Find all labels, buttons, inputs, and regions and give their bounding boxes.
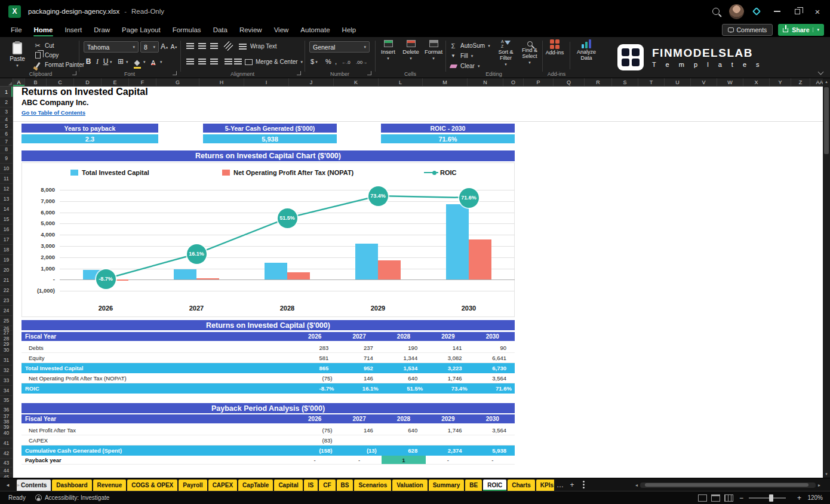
cell[interactable]: 6,641 bbox=[471, 353, 515, 362]
wrap-text-button[interactable]: Wrap Text bbox=[239, 42, 277, 51]
cell[interactable]: (158) bbox=[293, 445, 337, 456]
font-name-select[interactable]: Tahoma ▾ bbox=[84, 41, 139, 53]
cell[interactable]: (75) bbox=[293, 425, 337, 435]
cell[interactable]: 146 bbox=[337, 425, 381, 435]
cell[interactable] bbox=[426, 435, 470, 445]
zoom-in-button[interactable]: + bbox=[797, 494, 801, 502]
format-painter-button[interactable]: Format Painter bbox=[33, 60, 84, 69]
addins-button[interactable]: Add-ins bbox=[543, 39, 566, 73]
column-header-R[interactable]: R bbox=[585, 78, 612, 86]
row-header-23[interactable]: 23 bbox=[0, 296, 13, 306]
column-header-Q[interactable]: Q bbox=[554, 78, 585, 86]
cell[interactable]: 71.6% bbox=[471, 383, 515, 394]
cell[interactable]: 640 bbox=[382, 373, 426, 383]
sheet-tab-bs[interactable]: BS bbox=[337, 480, 353, 491]
row-header-16[interactable]: 16 bbox=[0, 225, 13, 235]
percent-style-button[interactable]: % bbox=[325, 57, 331, 66]
row-header-20[interactable]: 20 bbox=[0, 265, 13, 275]
close-button[interactable]: × bbox=[807, 2, 828, 20]
cell[interactable]: -8.7% bbox=[293, 383, 337, 394]
cell[interactable]: 190 bbox=[382, 343, 426, 352]
decrease-decimal-button[interactable]: .00→ bbox=[356, 57, 367, 67]
page-layout-view-button[interactable] bbox=[711, 494, 720, 502]
cell[interactable]: - bbox=[293, 456, 337, 464]
column-header-D[interactable]: D bbox=[74, 78, 102, 86]
column-header-X[interactable]: X bbox=[743, 78, 770, 86]
column-header-K[interactable]: K bbox=[334, 78, 379, 86]
sheet-tab-revenue[interactable]: Revenue bbox=[93, 480, 127, 491]
sheet-tab-valuation[interactable]: Valuation bbox=[392, 480, 427, 491]
account-button[interactable] bbox=[726, 2, 746, 20]
gem-button[interactable] bbox=[746, 2, 767, 20]
column-header-F[interactable]: F bbox=[129, 78, 156, 86]
align-middle-button[interactable] bbox=[198, 43, 206, 49]
increase-font-button[interactable] bbox=[161, 42, 168, 51]
menu-data[interactable]: Data bbox=[207, 23, 233, 37]
vscroll-thumb[interactable] bbox=[824, 87, 829, 154]
accessibility-status[interactable]: Accessibility: Investigate bbox=[45, 494, 109, 501]
menu-review[interactable]: Review bbox=[233, 23, 268, 37]
cell[interactable]: 3,082 bbox=[426, 353, 470, 362]
decrease-font-button[interactable] bbox=[170, 42, 177, 51]
sheet-tab-is[interactable]: IS bbox=[304, 480, 318, 491]
row-header-44[interactable]: 44 bbox=[0, 468, 13, 474]
table-row-equity[interactable]: Equity5817141,3443,0826,641 bbox=[21, 353, 515, 363]
kpi-value-roic-2030[interactable]: 71.6% bbox=[381, 134, 515, 143]
row-header-30[interactable]: 30 bbox=[0, 345, 13, 355]
table-row-net-operating-profit-after-tax-nopat[interactable]: Net Operating Profit After Tax (NOPAT)(7… bbox=[21, 373, 515, 383]
table-row-debts[interactable]: Debts28323719014190 bbox=[21, 343, 515, 353]
cell[interactable]: 1,534 bbox=[382, 363, 426, 373]
table-row-roic[interactable]: ROIC-8.7%16.1%51.5%73.4%71.6% bbox=[21, 383, 515, 394]
zoom-level[interactable]: 120% bbox=[806, 494, 823, 501]
row-header-43[interactable]: 43 bbox=[0, 459, 13, 468]
orientation-button[interactable] bbox=[223, 41, 233, 51]
row-header-8[interactable]: 8 bbox=[0, 146, 13, 153]
tab-scroll-right-icon[interactable]: ▸ bbox=[13, 482, 24, 488]
sheet-tab-be[interactable]: BE bbox=[465, 480, 482, 491]
fill-button[interactable]: ▼ Fill ▾ bbox=[449, 51, 473, 60]
sheet-tab-cogs-opex[interactable]: COGS & OPEX bbox=[127, 480, 177, 491]
row-header-42[interactable]: 42 bbox=[0, 448, 13, 459]
column-header-L[interactable]: L bbox=[379, 78, 423, 86]
zoom-slider[interactable] bbox=[749, 497, 786, 499]
column-header-S[interactable]: S bbox=[612, 78, 638, 86]
clipboard-dialog-launcher[interactable] bbox=[72, 71, 76, 75]
horizontal-scrollbar[interactable]: ◂ ▸ bbox=[635, 481, 820, 489]
zoom-slider-thumb[interactable] bbox=[769, 494, 773, 502]
cell[interactable]: - bbox=[471, 456, 515, 464]
hscroll-thumb[interactable] bbox=[645, 483, 809, 487]
table-row-capex[interactable]: CAPEX(83) bbox=[21, 435, 515, 445]
row-header-13[interactable]: 13 bbox=[0, 194, 13, 204]
decrease-indent-button[interactable] bbox=[225, 59, 232, 64]
cell[interactable]: 628 bbox=[382, 445, 426, 456]
italic-button[interactable]: I bbox=[94, 57, 101, 66]
vscroll-down-icon[interactable]: ▾ bbox=[823, 472, 830, 477]
cell[interactable]: 73.4% bbox=[426, 383, 470, 394]
cell[interactable]: - bbox=[337, 456, 381, 464]
row-header-4[interactable]: 4 bbox=[0, 116, 13, 122]
row-header-3[interactable]: 3 bbox=[0, 107, 13, 116]
cell[interactable]: 952 bbox=[337, 363, 381, 373]
analyze-data-button[interactable]: Analyze Data bbox=[573, 39, 600, 73]
vscroll-up-icon[interactable]: ▴ bbox=[823, 79, 830, 84]
row-header-11[interactable]: 11 bbox=[0, 174, 13, 184]
number-format-select[interactable]: General ▾ bbox=[309, 41, 370, 53]
column-header-M[interactable]: M bbox=[423, 78, 468, 86]
cell[interactable]: 1,746 bbox=[426, 425, 470, 435]
table-row-cumulative-cash-generated-spent[interactable]: Cumulative Cash Generated (Spent)(158)(1… bbox=[21, 445, 515, 456]
cell[interactable] bbox=[382, 435, 426, 445]
column-header-W[interactable]: W bbox=[717, 78, 743, 86]
cell[interactable]: 5,938 bbox=[471, 445, 515, 456]
align-left-button[interactable] bbox=[186, 59, 194, 64]
table-row-total-invested-capital[interactable]: Total Invested Capital8659521,5343,2236,… bbox=[21, 363, 515, 373]
sheet-tab-cf[interactable]: CF bbox=[319, 480, 335, 491]
sheet-tab-scenarios[interactable]: Scenarios bbox=[354, 480, 391, 491]
search-button[interactable] bbox=[706, 2, 726, 20]
delete-button[interactable]: Delete ▾ bbox=[400, 40, 422, 71]
column-header-Y[interactable]: Y bbox=[770, 78, 791, 86]
cell[interactable]: 283 bbox=[293, 343, 337, 352]
page-break-view-button[interactable] bbox=[724, 494, 733, 502]
cell[interactable]: 237 bbox=[337, 343, 381, 352]
column-header-P[interactable]: P bbox=[524, 78, 554, 86]
align-bottom-button[interactable] bbox=[210, 43, 218, 49]
